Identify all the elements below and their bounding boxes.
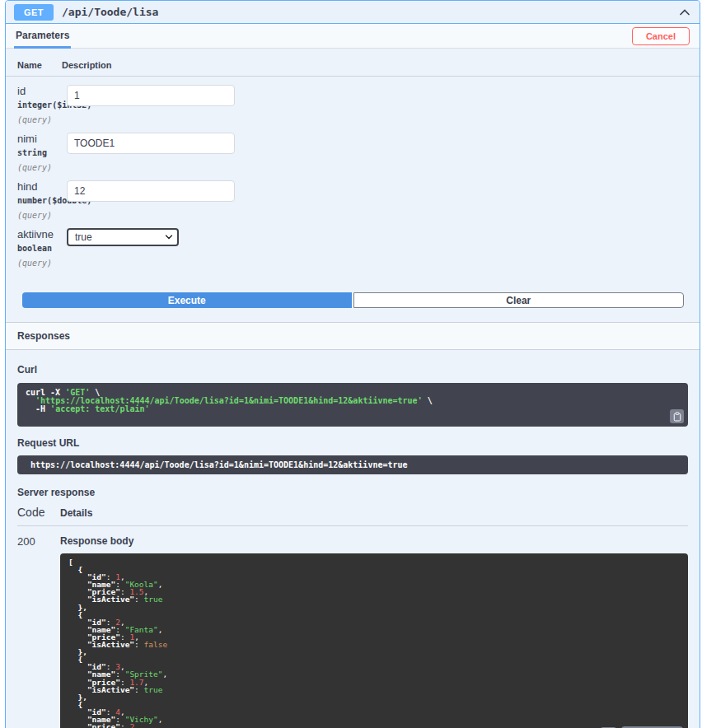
param-row-nimi: nimi string (query) (6, 124, 700, 172)
collapse-chevron-up-icon[interactable] (678, 7, 691, 18)
param-location: (query) (17, 115, 67, 124)
param-nimi-input[interactable] (67, 133, 235, 154)
request-url-value: https://localhost:4444/api/Toode/lisa?id… (17, 455, 688, 474)
param-location: (query) (17, 211, 67, 220)
execute-button[interactable]: Execute (22, 292, 352, 308)
responses-section-title: Responses (6, 322, 700, 350)
server-response-row: 200 Response body [ { "id": 1, "name": "… (17, 526, 688, 728)
cancel-button[interactable]: Cancel (632, 27, 690, 45)
clear-button[interactable]: Clear (353, 292, 685, 308)
response-body-label: Response body (60, 535, 688, 547)
param-name: aktiivne (17, 228, 67, 240)
endpoint-path: /api/Toode/lisa (62, 6, 158, 18)
curl-label: Curl (17, 364, 688, 376)
response-body-block[interactable]: [ { "id": 1, "name": "Koola", "price": 1… (60, 553, 688, 728)
param-type: number($double) (17, 196, 67, 205)
param-aktiivne-select[interactable]: true (67, 228, 179, 246)
param-type: string (17, 148, 67, 157)
param-type: integer($int32) (17, 100, 67, 110)
opblock-summary[interactable]: GET /api/Toode/lisa (6, 1, 700, 24)
copy-curl-button[interactable] (670, 409, 684, 423)
param-type: boolean (17, 244, 67, 253)
param-row-aktiivne: aktiivne boolean (query) true (6, 220, 700, 268)
param-location: (query) (17, 163, 67, 172)
request-url-label: Request URL (17, 437, 688, 449)
clipboard-copy-icon (673, 412, 681, 422)
curl-command-block: curl -X 'GET' \ 'https://localhost:4444/… (17, 383, 688, 427)
http-method-badge: GET (14, 4, 54, 21)
param-hind-input[interactable] (67, 180, 235, 202)
param-name: nimi (17, 133, 67, 145)
server-response-table-header: Code Details (17, 498, 688, 526)
parameters-section-header: Parameters Cancel (6, 24, 700, 49)
parameters-table-header: Name Description (6, 49, 700, 77)
status-code: 200 (17, 534, 60, 728)
param-location: (query) (17, 259, 67, 268)
description-column-header: Description (62, 60, 112, 70)
param-id-input[interactable] (67, 85, 235, 106)
code-column-header: Code (17, 506, 60, 519)
name-column-header: Name (17, 60, 62, 70)
param-name: id (17, 85, 67, 97)
execute-wrapper: Execute Clear (22, 292, 684, 308)
tab-parameters[interactable]: Parameters (14, 23, 71, 49)
param-name: hind (17, 180, 67, 193)
details-column-header: Details (60, 507, 92, 519)
param-row-hind: hind number($double) (query) (6, 172, 700, 220)
operation-block-get: GET /api/Toode/lisa Parameters Cancel Na… (5, 0, 700, 728)
server-response-label: Server response (17, 487, 688, 498)
param-row-id: id integer($int32) (query) (6, 77, 700, 124)
